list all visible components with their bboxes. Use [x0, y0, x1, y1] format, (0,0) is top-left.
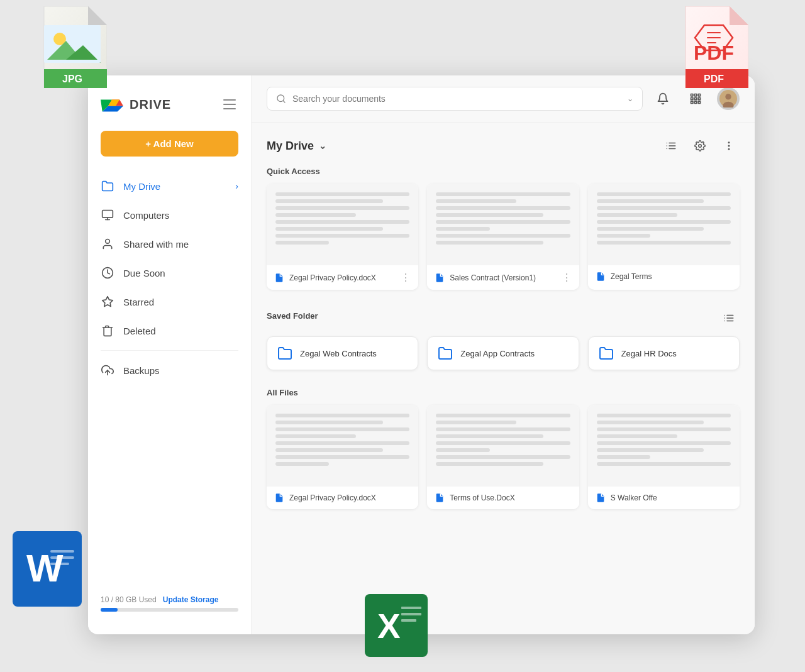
doc-name-1: Sales Contract (Version1) [450, 273, 556, 282]
due-soon-icon [101, 266, 114, 280]
doc-line [436, 462, 543, 466]
saved-folder-header: Saved Folder [267, 307, 740, 329]
drive-header-actions [660, 135, 740, 157]
doc-footer-0: Zegal Privacy Policy.docX ⋮ [267, 265, 418, 290]
doc-file-icon [435, 273, 445, 283]
svg-rect-15 [50, 556, 74, 559]
doc-line [275, 220, 409, 224]
add-new-button[interactable]: + Add New [101, 131, 238, 157]
hamburger-button[interactable] [221, 97, 238, 112]
backups-label: Backups [123, 365, 238, 376]
svg-text:W: W [26, 546, 64, 590]
sidebar-item-computers[interactable]: Computers [88, 201, 251, 229]
sidebar-nav: My Drive › Computers [88, 172, 251, 585]
more-vertical-icon [723, 140, 735, 151]
doc-line [436, 234, 570, 238]
doc-file-icon [435, 493, 445, 503]
all-files-card-0[interactable]: Zegal Privacy Policy.docX [267, 405, 418, 509]
doc-line [436, 220, 570, 224]
sidebar-item-backups[interactable]: Backups [88, 356, 251, 385]
search-dropdown-icon[interactable]: ⌄ [627, 94, 633, 103]
folder-card-2[interactable]: Zegal HR Docs [588, 336, 740, 370]
word-file-icon: W [13, 531, 82, 609]
folder-icon [438, 346, 453, 361]
doc-line [436, 434, 543, 438]
folder-name-0: Zegal Web Contracts [300, 349, 377, 358]
drive-title-button[interactable]: My Drive ⌄ [267, 140, 326, 153]
all-files-section: All Files [267, 388, 740, 509]
svg-point-50 [728, 142, 730, 143]
drive-title-text: My Drive [267, 140, 314, 153]
folder-name-1: Zegal App Contracts [460, 349, 535, 358]
all-files-footer-1: Terms of Use.DocX [427, 487, 579, 509]
search-bar: ⌄ [267, 87, 643, 111]
my-drive-label: My Drive [123, 181, 226, 192]
sidebar-item-shared-with-me[interactable]: Shared with me [88, 229, 251, 258]
svg-rect-20 [401, 613, 421, 615]
all-files-card-2[interactable]: S Walker Offe [588, 405, 740, 509]
doc-line [597, 241, 731, 245]
doc-line [597, 421, 704, 424]
folder-card-0[interactable]: Zegal Web Contracts [267, 336, 418, 370]
sidebar-item-deleted[interactable]: Deleted [88, 316, 251, 345]
doc-line [436, 206, 570, 210]
all-files-card-1[interactable]: Terms of Use.DocX [427, 405, 579, 509]
avatar[interactable] [717, 87, 740, 110]
settings-button[interactable] [689, 135, 711, 157]
gear-icon [694, 140, 706, 151]
all-files-preview-2 [588, 405, 740, 487]
doc-line [597, 220, 731, 224]
update-storage-link[interactable]: Update Storage [163, 595, 219, 604]
quick-access-grid: Zegal Privacy Policy.docX ⋮ [267, 184, 740, 290]
svg-line-30 [283, 101, 285, 102]
doc-line [597, 227, 704, 231]
folder-grid: Zegal Web Contracts Zegal App Contracts … [267, 336, 740, 370]
drive-logo-icon [101, 93, 123, 116]
svg-text:JPG: JPG [62, 74, 82, 84]
sidebar-item-my-drive[interactable]: My Drive › [88, 172, 251, 201]
sort-icon [665, 140, 677, 151]
doc-line [275, 234, 409, 238]
doc-file-icon [596, 272, 606, 282]
all-files-name-0: Zegal Privacy Policy.docX [289, 493, 411, 502]
doc-line [597, 192, 731, 196]
doc-line [275, 448, 383, 452]
folder-card-1[interactable]: Zegal App Contracts [427, 336, 579, 370]
doc-line [597, 434, 677, 438]
doc-line [436, 441, 570, 445]
doc-more-1[interactable]: ⋮ [562, 272, 572, 284]
svg-rect-36 [698, 97, 700, 99]
my-drive-chevron-icon: › [235, 181, 238, 191]
doc-preview-1 [427, 184, 579, 265]
saved-folder-section: Saved Folder Zegal Web Contracts [267, 307, 740, 370]
notifications-button[interactable] [652, 87, 674, 110]
doc-name-0: Zegal Privacy Policy.docX [289, 273, 396, 282]
quick-access-card-1[interactable]: Sales Contract (Version1) ⋮ [427, 184, 579, 290]
grid-apps-button[interactable] [684, 87, 707, 110]
doc-more-0[interactable]: ⋮ [401, 272, 411, 284]
doc-line [597, 448, 704, 452]
saved-folder-label: Saved Folder [267, 311, 318, 321]
sidebar-item-starred[interactable]: Starred [88, 287, 251, 316]
storage-text: 10 / 80 GB Used Update Storage [101, 595, 238, 604]
sort-button[interactable] [660, 135, 682, 157]
doc-line [597, 199, 704, 203]
sidebar-item-due-soon[interactable]: Due Soon [88, 258, 251, 287]
jpg-file-icon: JPG [38, 6, 107, 91]
deleted-icon [101, 324, 114, 338]
svg-rect-37 [691, 101, 693, 103]
all-files-grid: Zegal Privacy Policy.docX [267, 405, 740, 509]
app-title: DRIVE [130, 97, 171, 112]
quick-access-card-0[interactable]: Zegal Privacy Policy.docX ⋮ [267, 184, 418, 290]
svg-rect-35 [694, 97, 696, 99]
more-options-button[interactable] [718, 135, 740, 157]
due-soon-label: Due Soon [123, 268, 238, 278]
doc-line [436, 213, 543, 217]
doc-line [275, 199, 383, 203]
doc-line [597, 427, 731, 431]
folder-sort-button[interactable] [718, 307, 740, 329]
svg-point-25 [106, 240, 110, 244]
svg-point-49 [699, 145, 702, 148]
search-input[interactable] [292, 94, 621, 104]
quick-access-card-2[interactable]: Zegal Terms [588, 184, 740, 290]
